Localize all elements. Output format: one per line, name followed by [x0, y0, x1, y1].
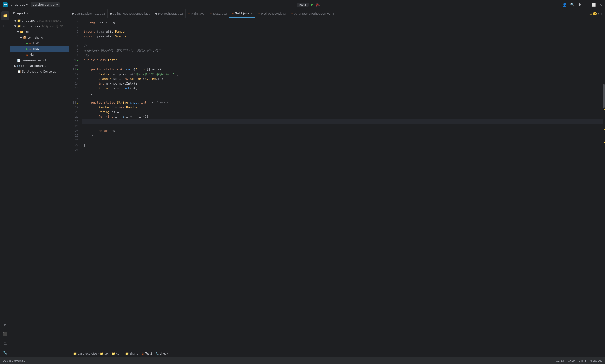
encoding[interactable]: UTF-8: [579, 359, 587, 362]
path-label: D:\App\IntelliJ IDE: [42, 25, 63, 28]
scroll-thumb[interactable]: [603, 84, 605, 108]
project-panel-header: Project ▾: [10, 10, 69, 17]
tab-label: parameter\MethodDemo2.ja: [294, 12, 334, 15]
tree-item-external-libs[interactable]: ▶ 🗂 External Libraries: [10, 63, 69, 69]
project-tree[interactable]: ▼ 📁 array-app D:\App\IntelliJ IDEA C ▼ 📁…: [10, 17, 69, 357]
vcs-widget[interactable]: Version control ▾: [31, 2, 60, 7]
tree-item-scratches[interactable]: 📋 Scratches and Consoles: [10, 69, 69, 75]
folder-icon: 📁: [17, 19, 21, 22]
close-button[interactable]: ✕: [599, 3, 602, 7]
tree-item-test2[interactable]: ▶ ☕ Test2: [10, 46, 69, 52]
tab-label: define\MethodDemo2.java: [113, 12, 150, 15]
tab-overflow-icon[interactable]: ⋮: [600, 12, 603, 15]
line-ending[interactable]: CRLF: [568, 359, 575, 362]
run-config-badge[interactable]: Test1: [296, 3, 309, 7]
code-line-15: String rs = check(n);: [82, 86, 603, 91]
structure-panel-toggle[interactable]: ⋮⋮: [1, 21, 10, 29]
tree-item-test1[interactable]: ▶ ☕ Test1: [10, 40, 69, 46]
folder-icon: 📁: [17, 25, 21, 28]
debug-button[interactable]: 🐞: [315, 2, 320, 7]
warning-count[interactable]: 3: [593, 12, 597, 15]
tab-label: MethodTest4.java: [261, 12, 286, 15]
run-line-9[interactable]: ▶: [77, 58, 78, 62]
settings-icon[interactable]: ⚙: [578, 3, 581, 7]
project-panel-toggle[interactable]: 📁: [1, 11, 10, 20]
tab-method-test4[interactable]: ☕ MethodTest4.java: [256, 10, 288, 18]
vcs-status[interactable]: ⎇ case-exercise: [3, 359, 25, 362]
breadcrumb-check[interactable]: check: [160, 352, 168, 355]
minimize-button[interactable]: —: [584, 3, 588, 7]
search-icon[interactable]: 🔍: [570, 3, 575, 7]
project-selector[interactable]: array-app ▾: [10, 3, 28, 6]
tab-overload-demo[interactable]: overLoadDemo1.java: [69, 10, 107, 18]
code-line-10: [82, 62, 603, 67]
vertical-scrollbar[interactable]: [603, 18, 605, 350]
breadcrumb-com[interactable]: com: [116, 352, 122, 355]
code-line-6: /*: [82, 43, 603, 48]
tree-item-array-app[interactable]: ▼ 📁 array-app D:\App\IntelliJ IDEA C: [10, 18, 69, 23]
run-line-11[interactable]: ▶: [77, 67, 78, 72]
code-line-22[interactable]: [82, 119, 603, 124]
breadcrumb-case-exercise[interactable]: 📁: [73, 352, 77, 355]
tab-method-test2[interactable]: MethodTest2.java: [153, 10, 185, 18]
breadcrumb-check-icon: 🔧: [155, 352, 159, 355]
line-num-14: 14: [69, 81, 80, 86]
terminal-icon[interactable]: ⬛: [1, 329, 10, 338]
code-line-11: public static void main(String[] args) {: [82, 67, 603, 72]
tree-item-src[interactable]: ▼ 📂 src: [10, 29, 69, 35]
line-num-13: 13: [69, 77, 80, 81]
titlebar: AA array-app ▾ Version control ▾ Test1 ▶…: [0, 0, 605, 10]
code-line-20: String rs = "";: [82, 110, 603, 114]
tab-close-button[interactable]: ✕: [251, 12, 253, 15]
tree-item-iml[interactable]: 📄 case-exercise.iml: [10, 57, 69, 63]
editor-area: overLoadDemo1.java define\MethodDemo2.ja…: [69, 10, 605, 357]
editor-tab-bar: overLoadDemo1.java define\MethodDemo2.ja…: [69, 10, 605, 18]
code-line-18: public static String check(int n){ 1 usa…: [82, 100, 603, 105]
code-line-27: }: [82, 143, 603, 147]
breadcrumb-label-case-exercise[interactable]: case-exercise: [78, 352, 97, 355]
cursor-position[interactable]: 22:13: [556, 359, 564, 362]
code-line-26: [82, 138, 603, 143]
run-bottom-icon[interactable]: ▶: [1, 320, 10, 328]
breadcrumb-src[interactable]: src: [104, 352, 109, 355]
tab-expand-icon[interactable]: ▾: [598, 12, 599, 15]
line-num-16: 16: [69, 91, 80, 95]
run-gutter-icon: ▶: [26, 42, 28, 45]
tab-parameter-method[interactable]: ☕ parameter\MethodDemo2.ja: [288, 10, 336, 18]
breadcrumb-test2-icon: ☕: [141, 352, 144, 355]
tab-icon: ☕: [232, 12, 234, 15]
line-num-17: 17: [69, 95, 80, 100]
breadcrumb-test2[interactable]: Test2: [145, 352, 152, 355]
breadcrumb-zhang[interactable]: zhang: [130, 352, 138, 355]
more-run-options[interactable]: ⋮: [322, 2, 326, 7]
line-num-10: 10: [69, 62, 80, 67]
tree-item-main[interactable]: ☕ Main: [10, 52, 69, 57]
tab-label: Main.java: [191, 12, 205, 15]
tab-main[interactable]: ☕ Main.java: [185, 10, 207, 18]
tab-label: Test1.java: [212, 12, 227, 15]
project-name: array-app: [10, 3, 25, 6]
line-num-15: 15: [69, 86, 80, 91]
indent-settings[interactable]: 4 spaces: [590, 359, 602, 362]
tab-test2[interactable]: ☕ Test2.java ✕: [230, 10, 256, 18]
text-cursor: [106, 120, 106, 123]
line-num-21: 21: [69, 114, 80, 119]
code-line-17: [82, 95, 603, 100]
line-num-26: 26: [69, 138, 80, 143]
tab-test1[interactable]: ☕ Test1.java: [207, 10, 229, 18]
account-icon[interactable]: 👤: [563, 3, 567, 7]
problems-icon[interactable]: ⚠: [1, 339, 10, 348]
tab-icon: ☕: [209, 12, 211, 15]
plugins-icon[interactable]: ⋯: [1, 30, 10, 39]
services-icon[interactable]: 🔧: [1, 348, 10, 357]
code-editor[interactable]: 1 2 3 4 5 6 7 8 9▶ 10 11▶ 12 13 14 15 16…: [69, 18, 605, 350]
tab-label: MethodTest2.java: [158, 12, 183, 15]
tab-define-method[interactable]: define\MethodDemo2.java: [107, 10, 153, 18]
maximize-button[interactable]: ⬜: [591, 3, 596, 7]
code-content[interactable]: package com.zhang; import java.util.Rand…: [82, 18, 603, 350]
run-button[interactable]: ▶: [310, 2, 313, 7]
tree-item-case-exercise[interactable]: ▼ 📁 case-exercise D:\App\IntelliJ IDE: [10, 23, 69, 29]
tree-item-com-zhang[interactable]: ▼ 📦 com.zhang: [10, 35, 69, 40]
line-num-4: 4: [69, 34, 80, 39]
tree-label: Main: [29, 53, 36, 56]
